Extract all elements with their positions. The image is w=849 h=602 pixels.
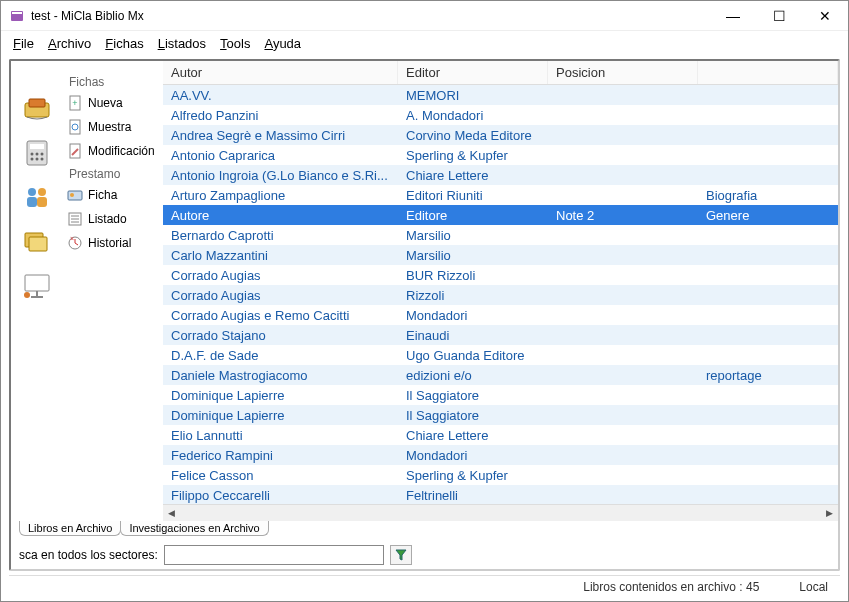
svg-rect-1 (12, 12, 22, 14)
table-row[interactable]: Corrado AugiasBUR Rizzoli (163, 265, 838, 285)
table-row[interactable]: Dominique LapierreIl Saggiatore (163, 385, 838, 405)
cell: edizioni e/o (398, 368, 548, 383)
cell: Editori Riuniti (398, 188, 548, 203)
cell: Rizzoli (398, 288, 548, 303)
menu-listados[interactable]: Listados (158, 36, 206, 51)
app-icon (9, 8, 25, 24)
menubar: File Archivo Fichas Listados Tools Ayuda (1, 31, 848, 55)
cell: Sperling & Kupfer (398, 148, 548, 163)
sidebar-item-listado[interactable]: Listado (67, 211, 159, 227)
icon-strip (11, 61, 63, 521)
table-row[interactable]: Bernardo CaprottiMarsilio (163, 225, 838, 245)
scroll-left-icon[interactable]: ◀ (163, 505, 180, 522)
table-row[interactable]: Alfredo PanziniA. Mondadori (163, 105, 838, 125)
menu-file[interactable]: File (13, 36, 34, 51)
sidebar-item-muestra[interactable]: Muestra (67, 119, 159, 135)
menu-ayuda[interactable]: Ayuda (264, 36, 301, 51)
svg-rect-3 (29, 99, 45, 107)
menu-fichas[interactable]: Fichas (105, 36, 143, 51)
grid-body[interactable]: AA.VV.MEMORIAlfredo PanziniA. MondadoriA… (163, 85, 838, 504)
table-row[interactable]: D.A.F. de SadeUgo Guanda Editore (163, 345, 838, 365)
cell: Chiare Lettere (398, 428, 548, 443)
cell: Daniele Mastrogiacomo (163, 368, 398, 383)
titlebar: test - MiCla Biblio Mx — ☐ ✕ (1, 1, 848, 31)
sidebar-item-label: Ficha (88, 188, 117, 202)
table-row[interactable]: Federico RampiniMondadori (163, 445, 838, 465)
workspace: Fichas + Nueva Muestra Modificación Pres… (9, 59, 840, 571)
column-header-posicion[interactable]: Posicion (548, 61, 698, 84)
table-row[interactable]: Andrea Segrè e Massimo CirriCorvino Meda… (163, 125, 838, 145)
sidebar-item-ficha[interactable]: Ficha (67, 187, 159, 203)
cell: D.A.F. de Sade (163, 348, 398, 363)
cell: Chiare Lettere (398, 168, 548, 183)
sidebar-item-modificacion[interactable]: Modificación (67, 143, 159, 159)
menu-archivo[interactable]: Archivo (48, 36, 91, 51)
cell: A. Mondadori (398, 108, 548, 123)
sidebar-item-nueva[interactable]: + Nueva (67, 95, 159, 111)
cell: Il Saggiatore (398, 388, 548, 403)
tab-investigaciones[interactable]: Investigaciones en Archivo (120, 521, 268, 536)
calculator-icon[interactable] (21, 137, 53, 169)
column-header-editor[interactable]: Editor (398, 61, 548, 84)
sidebar-item-label: Modificación (88, 144, 155, 158)
table-row[interactable]: Corrado StajanoEinaudi (163, 325, 838, 345)
scroll-right-icon[interactable]: ▶ (821, 505, 838, 522)
search-input[interactable] (164, 545, 384, 565)
svg-point-11 (41, 158, 44, 161)
search-label: sca en todos los sectores: (19, 548, 158, 562)
status-mode: Local (799, 580, 828, 594)
svg-rect-18 (25, 275, 49, 291)
cell: AA.VV. (163, 88, 398, 103)
table-row[interactable]: Corrado AugiasRizzoli (163, 285, 838, 305)
svg-point-8 (41, 153, 44, 156)
cell: Federico Rampini (163, 448, 398, 463)
table-row[interactable]: Antonio Ingroia (G.Lo Bianco e S.Ri...Ch… (163, 165, 838, 185)
table-row[interactable]: Corrado Augias e Remo CacittiMondadori (163, 305, 838, 325)
table-row[interactable]: Daniele Mastrogiacomoedizioni e/oreporta… (163, 365, 838, 385)
menu-tools[interactable]: Tools (220, 36, 250, 51)
column-header-extra[interactable] (698, 61, 838, 84)
svg-point-21 (24, 292, 30, 298)
column-header-autor[interactable]: Autor (163, 61, 398, 84)
minimize-button[interactable]: — (710, 1, 756, 31)
sidebar-header-fichas: Fichas (69, 75, 159, 89)
cell: Marsilio (398, 228, 548, 243)
table-row[interactable]: Antonio CapraricaSperling & Kupfer (163, 145, 838, 165)
cell: Mondadori (398, 448, 548, 463)
table-row[interactable]: Carlo MazzantiniMarsilio (163, 245, 838, 265)
svg-text:+: + (72, 98, 77, 108)
list-icon (67, 211, 83, 227)
cell: Corrado Augias e Remo Cacitti (163, 308, 398, 323)
table-row[interactable]: AA.VV.MEMORI (163, 85, 838, 105)
table-row[interactable]: Elio LannuttiChiare Lettere (163, 425, 838, 445)
cell: Felice Casson (163, 468, 398, 483)
tab-libros[interactable]: Libros en Archivo (19, 521, 121, 536)
maximize-button[interactable]: ☐ (756, 1, 802, 31)
svg-point-6 (31, 153, 34, 156)
sidebar-item-label: Historial (88, 236, 131, 250)
sidebar: Fichas + Nueva Muestra Modificación Pres… (63, 61, 163, 521)
table-row[interactable]: Arturo ZampaglioneEditori RiunitiBiograf… (163, 185, 838, 205)
table-row[interactable]: Filippo CeccarelliFeltrinelli (163, 485, 838, 504)
close-button[interactable]: ✕ (802, 1, 848, 31)
horizontal-scrollbar[interactable]: ◀ ▶ (163, 504, 838, 521)
grid-header: Autor Editor Posicion (163, 61, 838, 85)
search-bar: sca en todos los sectores: (11, 541, 838, 569)
cell: Arturo Zampaglione (163, 188, 398, 203)
table-row[interactable]: Dominique LapierreIl Saggiatore (163, 405, 838, 425)
cell: Dominique Lapierre (163, 388, 398, 403)
cell: Alfredo Panzini (163, 108, 398, 123)
folders-icon[interactable] (21, 225, 53, 257)
svg-rect-15 (37, 197, 47, 207)
table-row[interactable]: Felice CassonSperling & Kupfer (163, 465, 838, 485)
document-new-icon: + (67, 95, 83, 111)
document-edit-icon (67, 143, 83, 159)
sidebar-item-historial[interactable]: × Historial (67, 235, 159, 251)
table-row[interactable]: AutoreEditoreNote 2Genere (163, 205, 838, 225)
filter-button[interactable] (390, 545, 412, 565)
users-icon[interactable] (21, 181, 53, 213)
books-icon[interactable] (21, 93, 53, 125)
presentation-icon[interactable] (21, 269, 53, 301)
document-view-icon (67, 119, 83, 135)
sidebar-item-label: Muestra (88, 120, 131, 134)
